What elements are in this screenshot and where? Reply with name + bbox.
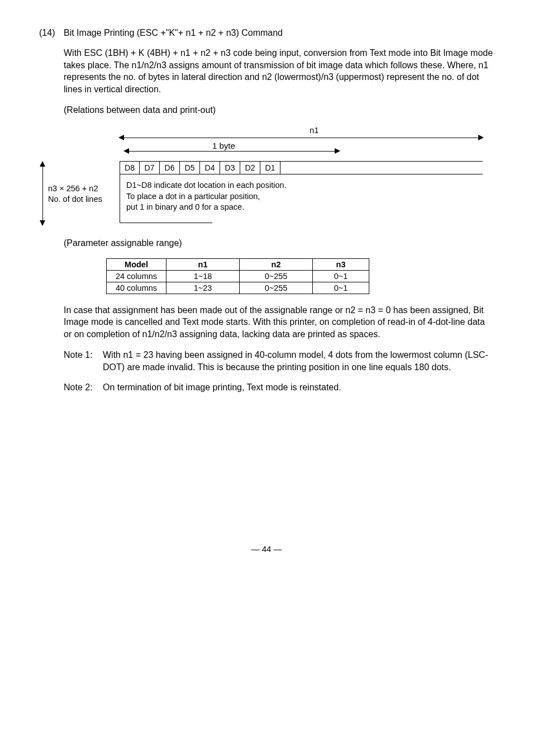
cell-n1: 1~18 <box>166 270 240 282</box>
desc-line-2: To place a dot in a particular position, <box>126 191 287 202</box>
byte-arrow <box>125 151 339 152</box>
th-n1: n1 <box>166 258 240 270</box>
bit-cell-d8: D8 <box>120 162 140 174</box>
section-number: (14) <box>39 28 64 38</box>
bit-cell-d6: D6 <box>160 162 180 174</box>
param-table: Model n1 n2 n3 24 columns 1~18 0~255 0~1… <box>106 258 369 294</box>
desc-line-1: D1~D8 indicate dot location in each posi… <box>126 180 287 191</box>
relations-heading: (Relations between data and print-out) <box>64 104 494 116</box>
vertical-label-caption: No. of dot lines <box>48 194 102 205</box>
note-1-text: With n1 = 23 having been assigned in 40-… <box>103 349 494 373</box>
th-model: Model <box>107 258 166 270</box>
byte-label: 1 byte <box>212 141 235 150</box>
bit-cell-d4: D4 <box>200 162 220 174</box>
section-title: (14) Bit Image Printing (ESC +"K"+ n1 + … <box>39 28 494 38</box>
n1-arrow <box>120 138 483 138</box>
bit-row-rest <box>280 162 483 174</box>
bit-cell-d3: D3 <box>220 162 240 174</box>
vertical-arrow <box>42 162 43 225</box>
table-header-row: Model n1 n2 n3 <box>107 258 369 270</box>
cell-n1: 1~23 <box>166 282 240 294</box>
note-2-label: Note 2: <box>64 381 103 394</box>
bit-cell-d1: D1 <box>260 162 280 174</box>
cell-n2: 0~255 <box>240 282 313 294</box>
cell-n3: 0~1 <box>313 282 369 294</box>
param-heading: (Parameter assignable range) <box>64 237 494 249</box>
desc-text: D1~D8 indicate dot location in each posi… <box>126 180 287 213</box>
table-row: 24 columns 1~18 0~255 0~1 <box>107 270 369 282</box>
note-2-text: On termination of bit image printing, Te… <box>103 381 494 394</box>
after-table-paragraph: In case that assignment has been made ou… <box>64 304 494 341</box>
desc-line-3: put 1 in binary and 0 for a space. <box>126 202 287 213</box>
intro-paragraph: With ESC (1BH) + K (4BH) + n1 + n2 + n3 … <box>64 47 494 95</box>
table-row: 40 columns 1~23 0~255 0~1 <box>107 282 369 294</box>
bit-image-diagram: n1 1 byte D8 D7 D6 D5 D4 D3 D2 D1 n3 × 2… <box>39 125 494 231</box>
bit-cell-d2: D2 <box>240 162 260 174</box>
n1-label: n1 <box>310 125 319 135</box>
bit-cell-d5: D5 <box>180 162 200 174</box>
vertical-label-formula: n3 × 256 + n2 <box>48 183 102 194</box>
note-1-label: Note 1: <box>64 349 103 373</box>
section-heading: Bit Image Printing (ESC +"K"+ n1 + n2 + … <box>64 28 494 38</box>
page-number: — 44 — <box>39 544 494 554</box>
th-n2: n2 <box>240 258 313 270</box>
bit-cell-d7: D7 <box>140 162 160 174</box>
th-n3: n3 <box>313 258 369 270</box>
note-2: Note 2: On termination of bit image prin… <box>64 381 494 394</box>
cell-n3: 0~1 <box>313 270 369 282</box>
cell-model: 40 columns <box>107 282 166 294</box>
cell-n2: 0~255 <box>240 270 313 282</box>
bit-row: D8 D7 D6 D5 D4 D3 D2 D1 <box>120 161 483 174</box>
cell-model: 24 columns <box>107 270 166 282</box>
vertical-label: n3 × 256 + n2 No. of dot lines <box>48 183 102 205</box>
note-1: Note 1: With n1 = 23 having been assigne… <box>64 349 494 373</box>
